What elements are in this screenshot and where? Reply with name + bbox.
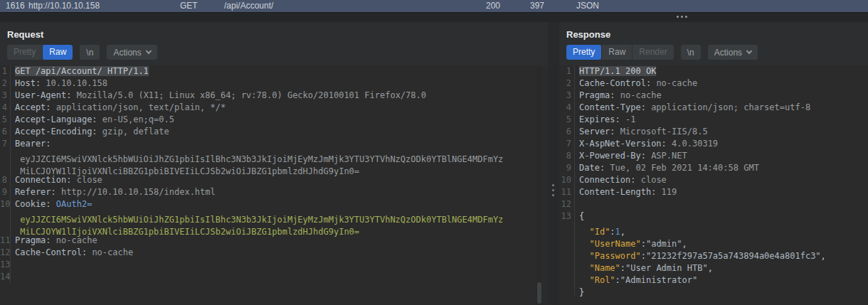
line-number: 10 [559, 174, 575, 186]
line-number [559, 259, 575, 271]
line-number: 7 [0, 138, 11, 150]
line-number: 8 [0, 174, 11, 186]
code-line: "Rol":"Administrator" [559, 271, 868, 283]
line-number [0, 150, 11, 162]
code-line: "Id":1, [559, 223, 868, 235]
line-number: 13 [0, 259, 11, 271]
history-selected-row[interactable]: 1616 http://10.10.10.158 GET /api/Accoun… [0, 0, 868, 12]
tab-render[interactable]: Render [632, 45, 673, 60]
code-line: "UserName":"admin", [559, 235, 868, 247]
line-number: 6 [0, 126, 11, 138]
tab-raw[interactable]: Raw [42, 45, 73, 60]
line-number: 13 [559, 210, 575, 223]
line-number: 5 [0, 114, 11, 126]
request-actions-button[interactable]: Actions [107, 45, 157, 60]
history-cell-length[interactable]: 397 [530, 1, 544, 11]
code-line: 13{ [559, 210, 868, 223]
response-editor[interactable]: 1HTTP/1.1 200 OK2Cache-Control: no-cache… [559, 65, 868, 305]
code-line: 13 [0, 259, 548, 271]
request-title: Request [0, 22, 548, 45]
code-line: "Password":"21232f297a57a5a743894a0e4a80… [559, 247, 868, 259]
code-line: 1HTTP/1.1 200 OK [559, 65, 868, 77]
line-number [559, 271, 575, 283]
line-number [0, 223, 11, 235]
history-cell-path[interactable]: /api/Account/ [224, 1, 273, 11]
line-number: 12 [559, 198, 575, 210]
response-pane: Response PrettyRawRender \n Actions 1HTT… [559, 22, 868, 305]
code-line: 12Cache-Control: no-cache [0, 247, 548, 259]
history-cell-status[interactable]: 200 [486, 1, 500, 11]
line-number: 4 [559, 102, 575, 114]
request-tabbar: PrettyRaw \n Actions [7, 45, 548, 60]
code-line: 11Content-Length: 119 [559, 186, 868, 198]
line-number [559, 223, 575, 235]
code-line: 8X-Powered-By: ASP.NET [559, 150, 868, 162]
code-line: 9Date: Tue, 02 Feb 2021 14:40:58 GMT [559, 162, 868, 174]
line-number: 7 [559, 138, 575, 150]
tab-pretty[interactable]: Pretty [566, 45, 601, 60]
pane-splitter-handle-icon[interactable] [552, 184, 554, 196]
code-line: 12 [559, 198, 868, 210]
response-actions-button[interactable]: Actions [708, 45, 758, 60]
newline-tab-label: \n [687, 48, 694, 58]
vertical-splitter[interactable] [548, 22, 559, 305]
line-number: 5 [559, 114, 575, 126]
request-scrollbar-thumb[interactable] [537, 282, 541, 304]
line-number [559, 247, 575, 259]
line-number [559, 235, 575, 247]
line-number: 6 [559, 126, 575, 138]
line-number: 9 [0, 186, 11, 198]
request-view-tabs: PrettyRaw [7, 45, 73, 60]
line-number: 4 [0, 102, 11, 114]
request-scrollbar[interactable] [536, 68, 542, 305]
tab-raw[interactable]: Raw [601, 45, 632, 60]
history-cell-method[interactable]: GET [180, 1, 198, 11]
line-number: 3 [0, 90, 11, 102]
history-cell-id[interactable]: 1616 [6, 1, 25, 11]
actions-label: Actions [113, 48, 141, 58]
code-line: 10Connection: close [559, 174, 868, 186]
line-number: 3 [559, 90, 575, 102]
code-line: 6Server: Microsoft-IIS/8.5 [559, 126, 868, 138]
line-number: 9 [559, 162, 575, 174]
tab-pretty[interactable]: Pretty [7, 45, 42, 60]
line-number [559, 283, 575, 295]
code-line: 2Cache-Control: no-cache [559, 77, 868, 90]
response-tab-newline[interactable]: \n [681, 45, 701, 60]
code-line: 10Cookie: OAuth2= [0, 198, 548, 210]
history-cell-host[interactable]: http://10.10.10.158 [28, 1, 100, 11]
line-number: 11 [559, 186, 575, 198]
code-line: 14 [0, 271, 548, 283]
actions-label: Actions [714, 48, 742, 58]
splitter-handle-icon[interactable] [677, 16, 687, 18]
code-line: 3User-Agent: Mozilla/5.0 (X11; Linux x86… [0, 90, 548, 102]
code-line: 5Expires: -1 [559, 114, 868, 126]
chevron-down-icon [746, 48, 752, 54]
line-number: 11 [0, 235, 11, 247]
line-number: 2 [0, 77, 11, 90]
code-line: 5Accept-Language: en-US,en;q=0.5 [0, 114, 548, 126]
code-line: 4Content-Type: application/json; charset… [559, 102, 868, 114]
code-line: eyJJZCI6MSwiVXNlck5hbWUiOiJhZG1pbiIsIlBh… [0, 210, 548, 223]
code-line: 6Accept-Encoding: gzip, deflate [0, 126, 548, 138]
request-editor[interactable]: 1GET /api/Account/ HTTP/1.12Host: 10.10.… [0, 65, 548, 305]
code-line: 2Host: 10.10.10.158 [0, 77, 548, 90]
code-line: eyJJZCI6MSwiVXNlck5hbWUiOiJhZG1pbiIsIlBh… [0, 150, 548, 162]
response-title: Response [559, 22, 868, 45]
line-number [0, 210, 11, 223]
line-number: 8 [559, 150, 575, 162]
history-cell-mime[interactable]: JSON [576, 1, 599, 11]
line-number: 2 [559, 77, 575, 90]
chevron-down-icon [145, 48, 151, 54]
burp-inspector-window: 1616 http://10.10.10.158 GET /api/Accoun… [0, 0, 868, 305]
request-response-split: Request PrettyRaw \n Actions 1GET /api/A… [0, 22, 868, 305]
code-line: 7Bearer: [0, 138, 548, 150]
horizontal-splitter[interactable] [0, 12, 868, 22]
code-line: 7X-AspNet-Version: 4.0.30319 [559, 138, 868, 150]
request-tab-newline[interactable]: \n [80, 45, 100, 60]
response-tabbar: PrettyRawRender \n Actions [566, 45, 868, 60]
response-view-tabs: PrettyRawRender [566, 45, 674, 60]
line-number: 1 [559, 65, 575, 77]
code-line: 9Referer: http://10.10.10.158/index.html [0, 186, 548, 198]
newline-tab-label: \n [86, 48, 93, 58]
